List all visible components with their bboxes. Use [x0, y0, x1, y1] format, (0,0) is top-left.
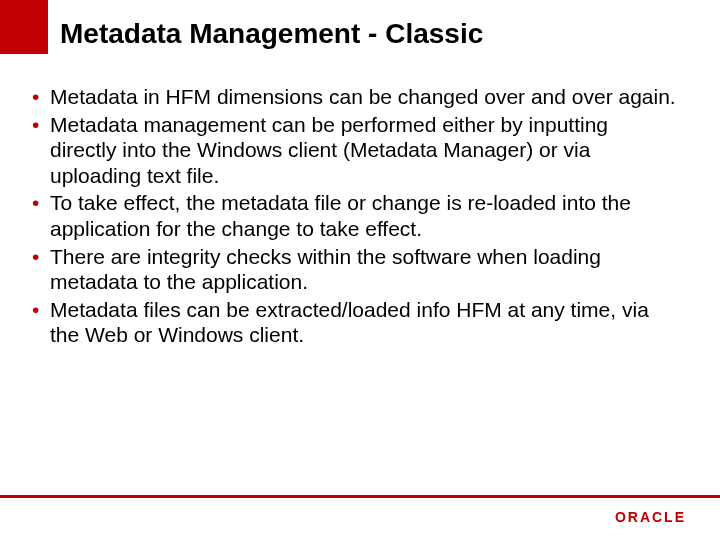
- slide-title: Metadata Management - Classic: [60, 18, 483, 50]
- bullet-list: Metadata in HFM dimensions can be change…: [30, 84, 680, 348]
- slide-content: Metadata in HFM dimensions can be change…: [30, 84, 680, 350]
- list-item: Metadata management can be performed eit…: [30, 112, 680, 189]
- list-item: Metadata files can be extracted/loaded i…: [30, 297, 680, 348]
- list-item: To take effect, the metadata file or cha…: [30, 190, 680, 241]
- slide: Metadata Management - Classic Metadata i…: [0, 0, 720, 540]
- divider-line: [0, 495, 720, 498]
- list-item: Metadata in HFM dimensions can be change…: [30, 84, 680, 110]
- footer-logo: ORACLE: [615, 508, 686, 526]
- brand-logo: ORACLE: [615, 509, 686, 525]
- accent-block: [0, 0, 48, 54]
- list-item: There are integrity checks within the so…: [30, 244, 680, 295]
